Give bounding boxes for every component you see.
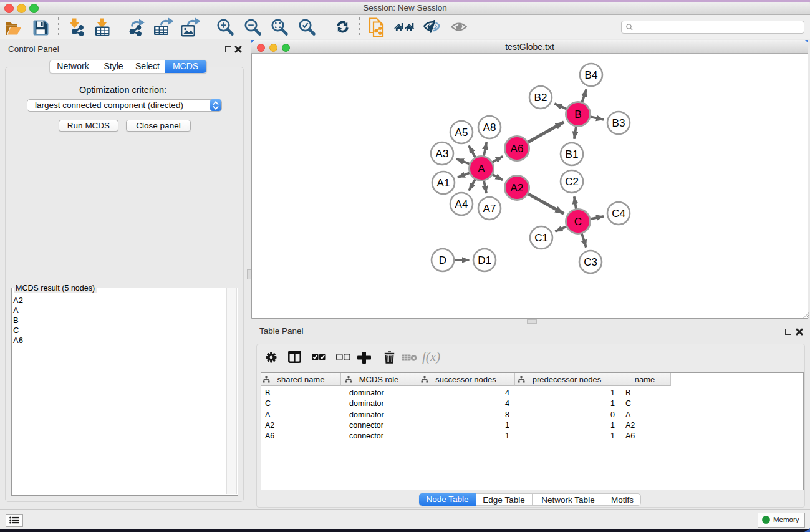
svg-text:A3: A3 xyxy=(436,148,449,160)
svg-text:D: D xyxy=(439,254,446,266)
svg-text:A: A xyxy=(478,163,485,175)
svg-text:A8: A8 xyxy=(483,122,496,133)
svg-text:A7: A7 xyxy=(483,203,496,215)
svg-text:A1: A1 xyxy=(437,177,450,189)
svg-text:B4: B4 xyxy=(585,69,598,81)
svg-text:D1: D1 xyxy=(478,254,491,266)
svg-text:A5: A5 xyxy=(455,127,468,138)
svg-text:C4: C4 xyxy=(612,208,625,220)
svg-text:B: B xyxy=(574,109,581,120)
svg-text:B1: B1 xyxy=(566,148,579,160)
svg-text:A4: A4 xyxy=(455,198,468,210)
svg-text:C2: C2 xyxy=(565,176,579,188)
svg-text:B2: B2 xyxy=(534,92,547,104)
svg-text:C1: C1 xyxy=(534,232,548,244)
svg-text:A6: A6 xyxy=(511,143,524,155)
svg-text:B3: B3 xyxy=(612,117,625,129)
svg-text:C3: C3 xyxy=(584,256,597,268)
svg-text:A2: A2 xyxy=(511,182,524,194)
svg-text:C: C xyxy=(574,216,582,228)
